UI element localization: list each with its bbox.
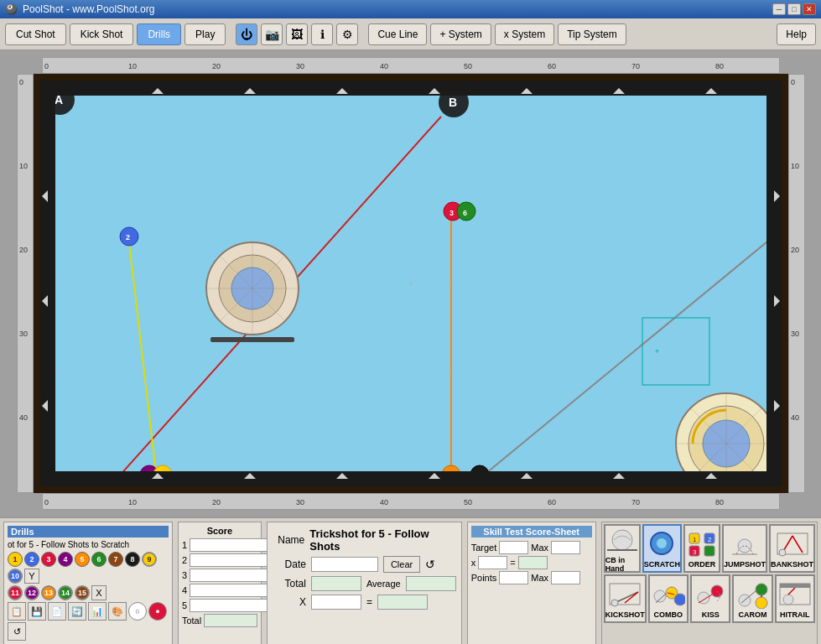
cue-ball-btn[interactable]: ○ xyxy=(128,602,147,621)
ball-12[interactable]: 12 xyxy=(24,585,39,600)
scratch-button[interactable]: SCRATCH xyxy=(642,524,682,573)
ball-3[interactable]: 3 xyxy=(41,552,56,567)
skill-x-symbol: x xyxy=(471,558,476,568)
svg-text:20: 20 xyxy=(19,246,28,254)
svg-point-141 xyxy=(779,549,786,556)
combo-button[interactable]: COMBO xyxy=(648,574,688,623)
shot-types-row-2: KICKSHOT COMBO xyxy=(604,574,815,623)
jumpshot-button[interactable]: JUMPSHOT xyxy=(722,524,767,573)
info-date-input[interactable] xyxy=(311,557,378,572)
x-button[interactable]: X xyxy=(91,585,107,600)
ball-7[interactable]: 7 xyxy=(108,552,123,567)
close-button[interactable]: ✕ xyxy=(803,3,816,15)
play-button[interactable]: Play xyxy=(184,23,226,45)
info-average-input[interactable] xyxy=(406,576,456,591)
pool-table-surface[interactable]: + xyxy=(34,74,788,493)
kick-shot-button[interactable]: Kick Shot xyxy=(70,23,134,45)
drills-action-4[interactable]: 🔄 xyxy=(68,602,86,621)
svg-marker-48 xyxy=(152,473,164,479)
tip-system-button[interactable]: Tip System xyxy=(558,23,626,45)
svg-marker-42 xyxy=(244,88,256,94)
skill-panel: Skill Test Score-Sheet Target Max x = Po… xyxy=(467,522,596,644)
svg-text:30: 30 xyxy=(791,330,799,338)
drills-action-2[interactable]: 💾 xyxy=(28,602,46,621)
drills-action-7[interactable]: ↺ xyxy=(8,622,26,641)
info-date-row: Date Clear ↺ xyxy=(273,556,456,573)
cb-in-hand-label: CB in Hand xyxy=(605,556,639,573)
clear-button[interactable]: Clear xyxy=(383,556,420,573)
drills-action-6[interactable]: 🎨 xyxy=(108,602,127,621)
drills-action-5[interactable]: 📊 xyxy=(88,602,107,621)
info-total-input[interactable] xyxy=(311,576,361,591)
camera-icon-button[interactable]: 📷 xyxy=(261,23,283,45)
score-num-3: 3 xyxy=(182,570,187,580)
drills-action-1[interactable]: 📋 xyxy=(8,602,26,621)
plus-system-button[interactable]: + System xyxy=(430,23,491,45)
ball-9[interactable]: 9 xyxy=(142,552,157,567)
ball-5[interactable]: 5 xyxy=(75,552,90,567)
score-total-input[interactable] xyxy=(204,614,257,627)
felt-surface[interactable]: + xyxy=(55,96,766,471)
carom-button[interactable]: CAROM xyxy=(732,574,772,623)
svg-text:60: 60 xyxy=(548,498,556,506)
skill-points-input[interactable] xyxy=(499,571,528,584)
jumpshot-icon xyxy=(728,529,761,558)
reset-icon[interactable]: ↺ xyxy=(425,558,435,571)
skill-max-label: Max xyxy=(531,543,548,553)
minimize-button[interactable]: ─ xyxy=(772,3,786,15)
skill-target-label: Target xyxy=(471,543,497,553)
cb-in-hand-button[interactable]: CB in Hand xyxy=(604,524,641,573)
info-date-label: Date xyxy=(273,558,306,570)
kiss-icon xyxy=(694,579,727,609)
image-icon-button[interactable]: 🖼 xyxy=(286,23,308,45)
svg-text:50: 50 xyxy=(464,498,472,506)
svg-point-146 xyxy=(654,590,666,602)
cue-line-button[interactable]: Cue Line xyxy=(368,23,427,45)
scratch-icon xyxy=(645,529,678,558)
power-icon-button[interactable]: ⏻ xyxy=(236,23,257,45)
ball-13[interactable]: 13 xyxy=(41,585,56,600)
score-row-4: 4 xyxy=(182,584,257,597)
drills-action-3[interactable]: 📄 xyxy=(48,602,66,621)
ball-14[interactable]: 14 xyxy=(58,585,73,600)
bankshot-button[interactable]: BANKSHOT xyxy=(769,524,815,573)
drills-button[interactable]: Drills xyxy=(137,23,181,45)
skill-max-input[interactable] xyxy=(551,541,580,554)
info-panel: Name Trickshot for 5 - Follow Shots Date… xyxy=(267,522,462,644)
skill-test-title[interactable]: Skill Test Score-Sheet xyxy=(471,526,592,538)
ball-15[interactable]: 15 xyxy=(75,585,90,600)
info-icon-button[interactable]: ℹ xyxy=(311,23,333,45)
info-x-row: X = xyxy=(273,595,456,610)
settings-icon-button[interactable]: ⚙ xyxy=(336,23,358,45)
ball-6[interactable]: 6 xyxy=(91,552,107,567)
skill-target-input[interactable] xyxy=(499,541,528,554)
skill-result-input[interactable] xyxy=(518,556,548,569)
cut-shot-button[interactable]: Cut Shot xyxy=(5,23,66,45)
skill-x-input[interactable] xyxy=(478,556,507,569)
shot-types-panel: CB in Hand SCRATCH xyxy=(601,522,818,644)
ball-4[interactable]: 4 xyxy=(58,552,73,567)
hitrail-button[interactable]: HITRAIL xyxy=(775,574,815,623)
ball-11[interactable]: 11 xyxy=(8,585,23,600)
object-ball-btn[interactable]: ● xyxy=(148,602,167,621)
maximize-button[interactable]: □ xyxy=(787,3,801,15)
bankshot-label: BANKSHOT xyxy=(771,560,813,569)
ball-1[interactable]: 1 xyxy=(8,552,23,567)
ball-8[interactable]: 8 xyxy=(125,552,140,567)
info-name-row: Name Trickshot for 5 - Follow Shots xyxy=(273,527,456,553)
y-button[interactable]: Y xyxy=(24,569,39,584)
skill-max-input2[interactable] xyxy=(551,571,580,584)
x-system-button[interactable]: x System xyxy=(495,23,554,45)
svg-text:0: 0 xyxy=(44,498,49,506)
kiss-button[interactable]: KISS xyxy=(690,574,730,623)
ball-2[interactable]: 2 xyxy=(24,552,39,567)
svg-point-62 xyxy=(409,282,413,285)
help-button[interactable]: Help xyxy=(777,23,816,45)
kickshot-button[interactable]: KICKSHOT xyxy=(604,574,647,623)
info-x-input[interactable] xyxy=(311,595,361,610)
info-result-input[interactable] xyxy=(377,595,428,610)
ball-10[interactable]: 10 xyxy=(8,569,23,584)
svg-text:A: A xyxy=(55,96,63,106)
order-button[interactable]: 1 2 3 ORDER xyxy=(683,524,720,573)
info-total-row: Total Average xyxy=(273,576,456,591)
